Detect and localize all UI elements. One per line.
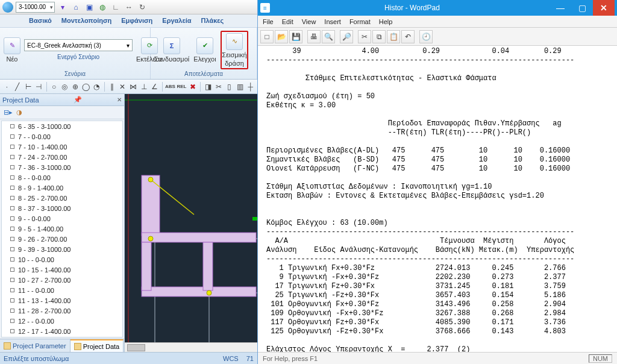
perp-icon[interactable]: ⊥ xyxy=(139,82,148,92)
target-icon[interactable]: ⊕ xyxy=(71,82,80,92)
tree-node[interactable]: 10 - 15 - 1-400.00 xyxy=(2,265,122,275)
new-doc-button[interactable]: □ xyxy=(260,30,274,43)
tree-filter-icon[interactable]: ◑ xyxy=(16,108,22,116)
angle-icon[interactable]: ∠ xyxy=(150,82,159,92)
tree-node[interactable]: 12 - 17 - 1-400.00 xyxy=(2,326,122,336)
tree-node[interactable]: 9 - 5 - 1-400.00 xyxy=(2,224,122,234)
datetime-button[interactable]: 🕘 xyxy=(419,30,433,43)
ellipse-icon[interactable]: ◯ xyxy=(81,82,90,92)
tab-project-parameter[interactable]: Project Parameter xyxy=(0,339,70,352)
globe-icon[interactable]: ◍ xyxy=(97,2,108,13)
tree-node[interactable]: 7 - 24 - 2-700.00 xyxy=(2,152,122,162)
ortho-icon[interactable]: ∟ xyxy=(110,2,121,13)
tab-view[interactable]: Εμφάνιση xyxy=(121,17,152,27)
home-icon[interactable]: ⌂ xyxy=(70,2,81,13)
tab-project-parameter-label: Project Parameter xyxy=(13,342,66,350)
wordpad-titlebar[interactable]: ≡ Histor - WordPad — ▢ ✕ xyxy=(258,0,617,16)
tree-node[interactable]: 12 - - 0-0.00 xyxy=(2,316,122,326)
history-icon[interactable]: ↻ xyxy=(137,2,148,13)
tree-node[interactable]: 9 - 39 - 3-1000.00 xyxy=(2,244,122,254)
clear-x-icon[interactable]: ✖ xyxy=(188,82,197,92)
node-icon[interactable]: · xyxy=(2,82,11,92)
concentric-icon[interactable]: ◎ xyxy=(60,82,69,92)
menu-insert[interactable]: Insert xyxy=(324,18,341,25)
tree-node[interactable]: 8 - 9 - 1-400.00 xyxy=(2,183,122,193)
tab-plates[interactable]: Πλάκες xyxy=(201,17,224,27)
wordpad-document-area[interactable]: 39 4.00 0.29 0.04 0.29 -----------------… xyxy=(258,46,617,352)
align-icon[interactable]: ↔ xyxy=(124,2,134,13)
intersect-icon[interactable]: ⋈ xyxy=(129,82,138,92)
axis-icon[interactable]: ┼ xyxy=(246,82,255,92)
tree-collapse-icon[interactable]: ⊟▸ xyxy=(4,108,13,116)
combinations-button[interactable]: Σ Συνδυασμοί xyxy=(154,37,189,63)
checks-button[interactable]: ✔ Ελεγχοι xyxy=(193,37,217,63)
section-icon[interactable]: ▥ xyxy=(236,82,245,92)
menu-view[interactable]: View xyxy=(302,18,316,25)
snap-mid-icon[interactable]: ⊣ xyxy=(34,82,43,92)
active-scenario-label: Ενεργό Σενάριο xyxy=(24,54,133,60)
tab-project-data[interactable]: Project Data xyxy=(70,339,124,352)
circle-icon[interactable]: ○ xyxy=(49,82,58,92)
menu-edit[interactable]: Edit xyxy=(282,18,293,25)
tree-node[interactable]: 10 - 27 - 2-700.00 xyxy=(2,275,122,285)
document-text[interactable]: 39 4.00 0.29 0.04 0.29 -----------------… xyxy=(258,46,617,352)
project-data-panel: Project Data 📌 ✕ ⊟▸ ◑ 6 - 35 - 3-1000.00… xyxy=(0,94,125,352)
menu-file[interactable]: File xyxy=(263,18,274,25)
panel-close-icon[interactable]: ✕ xyxy=(117,96,122,103)
tree-node[interactable]: 7 - 36 - 3-1000.00 xyxy=(2,162,122,172)
column-icon[interactable]: ▯ xyxy=(225,82,234,92)
cut-icon[interactable]: ✂ xyxy=(215,82,224,92)
tree-node[interactable]: 10 - - 0-0.00 xyxy=(2,254,122,265)
tree-node[interactable]: 9 - 26 - 2-700.00 xyxy=(2,234,122,244)
maximize-button[interactable]: ▢ xyxy=(571,0,593,16)
tree-node[interactable]: 6 - 35 - 3-1000.00 xyxy=(2,121,122,131)
tree-node[interactable]: 11 - 13 - 1-400.00 xyxy=(2,295,122,306)
tree-node[interactable]: 12 - 29 - 2-700.00 xyxy=(2,336,122,337)
undo-button[interactable]: ↶ xyxy=(401,30,415,43)
tab-basic[interactable]: Βασικό xyxy=(29,17,52,27)
tree-node[interactable]: 11 - - 0-0.00 xyxy=(2,285,122,295)
menu-help[interactable]: Help xyxy=(379,18,393,25)
cross-icon[interactable]: ✕ xyxy=(118,82,127,92)
copy-button[interactable]: ⧉ xyxy=(372,30,386,43)
line-icon[interactable]: ╱ xyxy=(13,82,22,92)
filter-icon[interactable]: ◨ xyxy=(204,82,213,92)
tree-node[interactable]: 7 - 10 - 1-400.00 xyxy=(2,142,122,152)
status-hint: Επιλέξτε υποστύλωμα xyxy=(4,355,69,362)
close-button[interactable]: ✕ xyxy=(593,0,615,16)
level-combo[interactable]: 3-1000.00 xyxy=(16,2,55,13)
tree-node[interactable]: 8 - 25 - 2-700.00 xyxy=(2,193,122,203)
rel-button[interactable]: REL xyxy=(177,82,186,92)
cut-button[interactable]: ✂ xyxy=(358,30,371,43)
wave-icon: ∿ xyxy=(232,37,237,45)
tree-node[interactable]: 8 - 37 - 3-1000.00 xyxy=(2,203,122,213)
app-orb-button[interactable] xyxy=(2,2,13,13)
find-button[interactable]: 🔎 xyxy=(340,30,353,43)
parallel-icon[interactable]: ∥ xyxy=(107,82,116,92)
menu-format[interactable]: Format xyxy=(349,18,371,25)
canvas-scrollbar-horizontal[interactable] xyxy=(125,342,257,352)
save-doc-button[interactable]: 💾 xyxy=(289,30,302,43)
active-scenario-combo[interactable]: EC-8_Greek Ανελαστική (3) xyxy=(24,39,133,51)
print-button[interactable]: 🖶 xyxy=(307,30,321,43)
panel-pin-icon[interactable]: 📌 xyxy=(74,96,82,104)
quadrant-icon[interactable]: ◔ xyxy=(92,82,101,92)
tree-node[interactable]: 11 - 28 - 2-700.00 xyxy=(2,306,122,316)
paste-button[interactable]: 📋 xyxy=(387,30,400,43)
tab-modeling[interactable]: Μοντελοποίηση xyxy=(61,17,111,27)
minimize-button[interactable]: — xyxy=(550,0,571,16)
tree-node[interactable]: 7 - - 0-0.00 xyxy=(2,131,122,142)
box-icon[interactable]: ▣ xyxy=(84,2,95,13)
snap-end-icon[interactable]: ⊢ xyxy=(23,82,33,92)
tree-node[interactable]: 8 - - 0-0.00 xyxy=(2,172,122,183)
new-scenario-button[interactable]: ✎ Νέο xyxy=(4,37,20,63)
seismic-action-button[interactable]: ∿ Σεισμική δράση xyxy=(221,31,248,69)
step-dropdown-icon[interactable]: ▾ xyxy=(57,2,68,13)
open-doc-button[interactable]: 📂 xyxy=(275,30,288,43)
print-preview-button[interactable]: 🔍 xyxy=(322,30,335,43)
drawing-canvas[interactable] xyxy=(125,94,257,352)
project-tree[interactable]: 6 - 35 - 3-1000.007 - - 0-0.007 - 10 - 1… xyxy=(1,121,123,337)
abs-button[interactable]: ABS xyxy=(165,82,175,92)
tree-node[interactable]: 9 - - 0-0.00 xyxy=(2,213,122,224)
tab-tools[interactable]: Εργαλεία xyxy=(162,17,191,27)
